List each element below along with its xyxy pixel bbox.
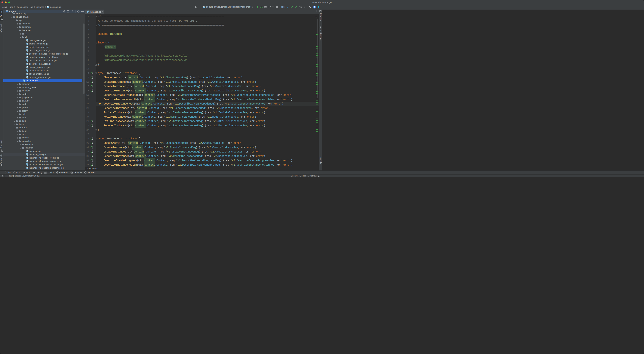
svg-text:M: M: [320, 157, 321, 159]
